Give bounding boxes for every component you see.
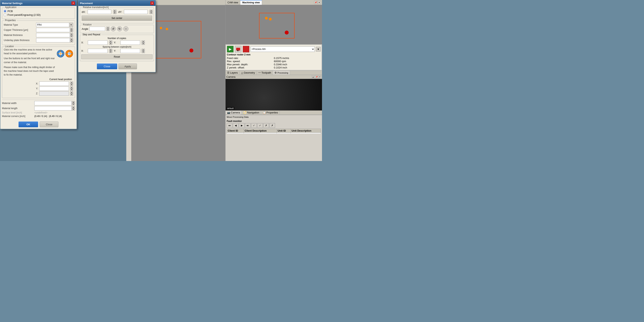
- nav-tab-navigation[interactable]: 🧭 Navigation: [242, 110, 261, 115]
- tab-toolpath[interactable]: 〰 Toolpath: [257, 71, 273, 75]
- y-coord-input[interactable]: 12.7953 inch: [39, 86, 69, 91]
- material-thickness-down[interactable]: ▼: [70, 35, 73, 37]
- pb-check1[interactable]: ✓: [251, 123, 257, 128]
- placement-dialog: Placement ✕ Relative translation[inch] d…: [78, 0, 156, 72]
- x-coord-down[interactable]: ▼: [70, 84, 73, 86]
- material-length-down[interactable]: ▼: [72, 108, 75, 110]
- toolpath-label: Toolpath: [262, 71, 271, 74]
- panel-close-btn[interactable]: ✕: [318, 1, 321, 4]
- tab-cam-view[interactable]: CAM view: [226, 0, 240, 5]
- material-type-dropdown-arrow[interactable]: ▼: [69, 23, 73, 27]
- spacing-y-up[interactable]: ▲: [142, 49, 145, 51]
- camera-minimize-btn[interactable]: ▲: [312, 76, 314, 78]
- rot-ccw-btn[interactable]: ↺: [111, 26, 116, 31]
- spacing-x-down[interactable]: ▼: [109, 51, 112, 53]
- material-dialog-title: Material Settings: [2, 2, 22, 5]
- camera-pin-btn[interactable]: 📌: [315, 76, 318, 78]
- copper-thickness-input[interactable]: 35.0: [36, 28, 70, 32]
- material-width-down[interactable]: ▼: [72, 103, 75, 105]
- z-coord-down[interactable]: ▼: [70, 94, 73, 96]
- pb-skip-back[interactable]: ⏮: [227, 123, 232, 128]
- x-coord-input[interactable]: 12.9921 inch: [39, 82, 69, 86]
- process-play-btn[interactable]: ▶: [227, 46, 234, 52]
- material-dialog-close-btn[interactable]: ✕: [72, 2, 75, 5]
- fault-cell-3: [277, 133, 291, 134]
- process-rec-btn[interactable]: ▶|: [235, 46, 242, 52]
- pb-skip-forward[interactable]: ⏭: [245, 123, 250, 128]
- copper-thickness-spinner: ▲ ▼: [70, 28, 73, 32]
- underlay-thickness-up[interactable]: ▲: [70, 38, 73, 40]
- material-type-input[interactable]: [36, 23, 69, 27]
- material-thickness-up[interactable]: ▲: [70, 33, 73, 35]
- processing-icon: ⚙: [274, 71, 277, 74]
- process-dropdown-arrow[interactable]: ▼: [316, 47, 320, 52]
- angle-down[interactable]: ▼: [106, 29, 110, 31]
- material-length-up[interactable]: ▲: [72, 106, 75, 108]
- material-width-up[interactable]: ▲: [72, 101, 75, 103]
- spacing-x-up[interactable]: ▲: [109, 49, 112, 51]
- underlay-thickness-down[interactable]: ▼: [70, 40, 73, 42]
- rot-180-btn[interactable]: ↔: [123, 26, 128, 31]
- pcb-radio[interactable]: [4, 10, 6, 12]
- close-button[interactable]: Close: [40, 122, 58, 127]
- frontpanel-radio[interactable]: [4, 14, 6, 16]
- angle-up[interactable]: ▲: [106, 27, 110, 29]
- tab-processing[interactable]: ⚙ Processing: [273, 71, 290, 75]
- tab-machining-view[interactable]: Machining view: [240, 0, 262, 5]
- z-coord-up[interactable]: ▲: [70, 91, 73, 94]
- dx-input[interactable]: 3.7449 inch: [88, 10, 111, 14]
- pb-x1[interactable]: ✗: [264, 123, 269, 128]
- material-width-input[interactable]: 6 inch: [34, 101, 72, 105]
- dy-input[interactable]: 1.5599 inch: [124, 10, 148, 14]
- nav-tab-properties[interactable]: 📋 Properties: [261, 110, 280, 115]
- copies-x-input[interactable]: 1: [88, 40, 108, 45]
- reset-btn[interactable]: Reset: [81, 54, 152, 59]
- nav-tab-camera[interactable]: 📷 Camera: [226, 110, 242, 115]
- ok-button[interactable]: OK: [18, 122, 38, 127]
- dx-down[interactable]: ▼: [113, 12, 116, 14]
- copies-y-input[interactable]: 1: [120, 40, 140, 45]
- spacing-x-input[interactable]: 0 inch: [88, 49, 108, 53]
- copies-x-up[interactable]: ▲: [109, 40, 112, 42]
- placement-close-btn[interactable]: Close: [97, 64, 117, 69]
- pb-x2[interactable]: ✗: [270, 123, 275, 128]
- camera-close-btn[interactable]: ✕: [318, 76, 321, 78]
- camera-nav-tabs: 📷 Camera 🧭 Navigation 📋 Properties: [226, 110, 322, 115]
- spacing-y-down[interactable]: ▼: [142, 51, 145, 53]
- pcb-rect-outline: [154, 21, 201, 58]
- location-icon-1[interactable]: [57, 50, 64, 58]
- location-icon-2[interactable]: [65, 50, 73, 58]
- y-coord-up[interactable]: ▲: [70, 86, 73, 88]
- spacing-y-input[interactable]: 0 inch: [120, 49, 140, 53]
- rot-cw-btn[interactable]: ↻: [117, 26, 122, 31]
- placement-apply-btn[interactable]: Apply: [118, 64, 137, 69]
- copies-y-down[interactable]: ▼: [142, 42, 145, 45]
- pb-back[interactable]: ◀: [233, 123, 238, 128]
- geometry-icon: △: [241, 71, 243, 74]
- material-thickness-input[interactable]: 0.061 inch: [36, 33, 70, 37]
- set-center-btn[interactable]: Set center: [82, 16, 152, 21]
- copies-x-down[interactable]: ▼: [109, 42, 112, 45]
- fault-row-empty: [227, 133, 321, 134]
- copper-thickness-up[interactable]: ▲: [70, 28, 73, 30]
- copies-y-up[interactable]: ▲: [142, 40, 145, 42]
- process-all-dropdown[interactable]: <Process All>: [250, 46, 315, 52]
- dy-up[interactable]: ▲: [150, 10, 153, 12]
- placement-dialog-close-btn[interactable]: ✕: [150, 2, 154, 5]
- pb-forward[interactable]: ▶: [239, 123, 244, 128]
- dx-up[interactable]: ▲: [113, 10, 116, 12]
- dy-down[interactable]: ▼: [150, 12, 153, 14]
- y-coord-down[interactable]: ▼: [70, 88, 73, 91]
- underlay-thickness-label: Underlay plate thickness: [4, 39, 35, 42]
- x-coord-up[interactable]: ▲: [70, 82, 73, 84]
- pb-check2[interactable]: ✓: [257, 123, 263, 128]
- underlay-thickness-input[interactable]: 0.0787 inch: [36, 38, 70, 42]
- z-coord-input: 0 inch: [39, 91, 69, 96]
- tab-geometry[interactable]: △ Geometry: [240, 71, 257, 75]
- material-length-input[interactable]: 6 inch: [34, 106, 72, 110]
- copper-thickness-down[interactable]: ▼: [70, 30, 73, 32]
- angle-input[interactable]: 0 °: [90, 27, 105, 31]
- panel-pin-btn[interactable]: 📌: [314, 1, 317, 4]
- tab-layers[interactable]: ☰ Layers: [226, 71, 240, 75]
- process-stop-btn[interactable]: [243, 46, 250, 52]
